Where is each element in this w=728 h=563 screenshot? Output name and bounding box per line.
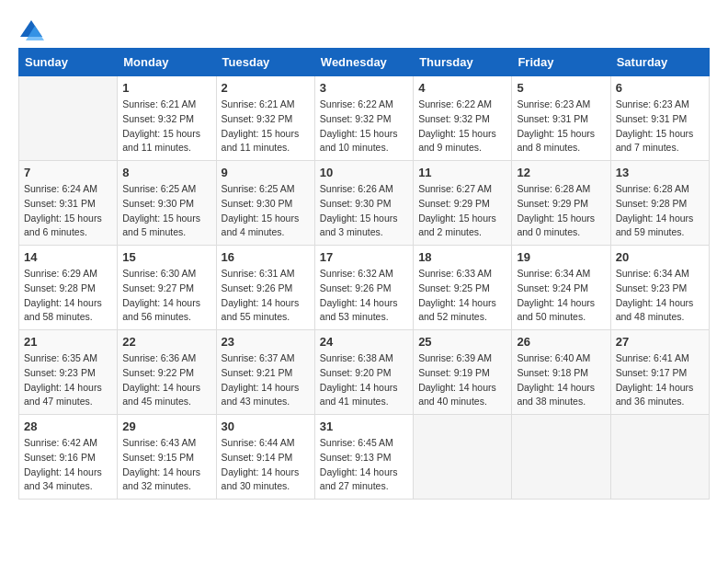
calendar-week-row: 7Sunrise: 6:24 AMSunset: 9:31 PMDaylight…	[19, 161, 710, 246]
day-number: 18	[418, 250, 506, 264]
calendar-cell	[512, 415, 610, 500]
day-info: Sunrise: 6:22 AMSunset: 9:32 PMDaylight:…	[320, 98, 408, 155]
calendar-cell: 24Sunrise: 6:38 AMSunset: 9:20 PMDayligh…	[314, 330, 413, 415]
day-number: 28	[24, 419, 112, 433]
weekday-header-tuesday: Tuesday	[216, 49, 314, 76]
day-number: 20	[616, 250, 704, 264]
calendar-cell: 6Sunrise: 6:23 AMSunset: 9:31 PMDaylight…	[610, 76, 709, 161]
day-info: Sunrise: 6:28 AMSunset: 9:29 PMDaylight:…	[517, 182, 605, 240]
day-info: Sunrise: 6:24 AMSunset: 9:31 PMDaylight:…	[24, 182, 112, 240]
calendar-cell: 20Sunrise: 6:34 AMSunset: 9:23 PMDayligh…	[610, 246, 709, 330]
calendar-cell: 4Sunrise: 6:22 AMSunset: 9:32 PMDaylight…	[414, 76, 512, 161]
calendar-cell: 26Sunrise: 6:40 AMSunset: 9:18 PMDayligh…	[512, 330, 610, 415]
day-info: Sunrise: 6:34 AMSunset: 9:23 PMDaylight:…	[616, 267, 704, 325]
logo	[18, 18, 44, 39]
day-info: Sunrise: 6:36 AMSunset: 9:22 PMDaylight:…	[122, 351, 210, 409]
day-info: Sunrise: 6:42 AMSunset: 9:16 PMDaylight:…	[24, 436, 112, 494]
day-info: Sunrise: 6:23 AMSunset: 9:31 PMDaylight:…	[517, 98, 605, 155]
day-info: Sunrise: 6:33 AMSunset: 9:25 PMDaylight:…	[418, 267, 506, 325]
day-number: 14	[24, 250, 112, 264]
day-number: 7	[24, 166, 112, 179]
day-number: 2	[222, 81, 310, 95]
calendar-cell: 31Sunrise: 6:45 AMSunset: 9:13 PMDayligh…	[314, 415, 413, 500]
calendar-cell: 10Sunrise: 6:26 AMSunset: 9:30 PMDayligh…	[314, 161, 413, 246]
day-info: Sunrise: 6:27 AMSunset: 9:29 PMDaylight:…	[418, 182, 506, 240]
calendar-cell: 23Sunrise: 6:37 AMSunset: 9:21 PMDayligh…	[216, 330, 314, 415]
weekday-header-saturday: Saturday	[610, 49, 709, 76]
day-number: 29	[122, 419, 210, 433]
day-info: Sunrise: 6:34 AMSunset: 9:24 PMDaylight:…	[517, 267, 605, 325]
calendar-week-row: 21Sunrise: 6:35 AMSunset: 9:23 PMDayligh…	[19, 330, 710, 415]
calendar-cell: 30Sunrise: 6:44 AMSunset: 9:14 PMDayligh…	[216, 415, 314, 500]
calendar-cell: 1Sunrise: 6:21 AMSunset: 9:32 PMDaylight…	[118, 76, 216, 161]
calendar-cell: 29Sunrise: 6:43 AMSunset: 9:15 PMDayligh…	[118, 415, 216, 500]
weekday-header-monday: Monday	[118, 49, 216, 76]
calendar-cell: 3Sunrise: 6:22 AMSunset: 9:32 PMDaylight…	[314, 76, 413, 161]
page-header	[18, 18, 710, 39]
calendar-cell: 15Sunrise: 6:30 AMSunset: 9:27 PMDayligh…	[118, 246, 216, 330]
calendar-cell: 2Sunrise: 6:21 AMSunset: 9:32 PMDaylight…	[216, 76, 314, 161]
day-info: Sunrise: 6:31 AMSunset: 9:26 PMDaylight:…	[222, 267, 310, 325]
day-number: 6	[616, 81, 704, 95]
calendar-cell: 12Sunrise: 6:28 AMSunset: 9:29 PMDayligh…	[512, 161, 610, 246]
weekday-header-sunday: Sunday	[19, 49, 118, 76]
weekday-header-thursday: Thursday	[414, 49, 512, 76]
day-number: 19	[517, 250, 605, 264]
calendar-cell: 11Sunrise: 6:27 AMSunset: 9:29 PMDayligh…	[414, 161, 512, 246]
calendar-cell	[414, 415, 512, 500]
calendar-cell: 21Sunrise: 6:35 AMSunset: 9:23 PMDayligh…	[19, 330, 118, 415]
day-number: 16	[222, 250, 310, 264]
calendar-cell: 5Sunrise: 6:23 AMSunset: 9:31 PMDaylight…	[512, 76, 610, 161]
day-number: 21	[24, 335, 112, 349]
calendar-cell	[19, 76, 118, 161]
day-info: Sunrise: 6:25 AMSunset: 9:30 PMDaylight:…	[122, 182, 210, 240]
day-info: Sunrise: 6:40 AMSunset: 9:18 PMDaylight:…	[517, 351, 605, 409]
weekday-header-friday: Friday	[512, 49, 610, 76]
calendar-cell: 16Sunrise: 6:31 AMSunset: 9:26 PMDayligh…	[216, 246, 314, 330]
calendar-cell: 14Sunrise: 6:29 AMSunset: 9:28 PMDayligh…	[19, 246, 118, 330]
day-number: 24	[320, 335, 408, 349]
calendar-cell: 19Sunrise: 6:34 AMSunset: 9:24 PMDayligh…	[512, 246, 610, 330]
logo-icon	[18, 18, 44, 44]
day-info: Sunrise: 6:35 AMSunset: 9:23 PMDaylight:…	[24, 351, 112, 409]
day-info: Sunrise: 6:23 AMSunset: 9:31 PMDaylight:…	[616, 98, 704, 155]
day-number: 27	[616, 335, 704, 349]
day-number: 9	[222, 166, 310, 179]
day-number: 31	[320, 419, 408, 433]
day-info: Sunrise: 6:28 AMSunset: 9:28 PMDaylight:…	[616, 182, 704, 240]
calendar-week-row: 14Sunrise: 6:29 AMSunset: 9:28 PMDayligh…	[19, 246, 710, 330]
day-info: Sunrise: 6:45 AMSunset: 9:13 PMDaylight:…	[320, 436, 408, 494]
calendar-cell: 13Sunrise: 6:28 AMSunset: 9:28 PMDayligh…	[610, 161, 709, 246]
day-number: 4	[418, 81, 506, 95]
day-info: Sunrise: 6:44 AMSunset: 9:14 PMDaylight:…	[222, 436, 310, 494]
day-number: 12	[517, 166, 605, 179]
day-number: 30	[222, 419, 310, 433]
weekday-header-row: SundayMondayTuesdayWednesdayThursdayFrid…	[19, 49, 710, 76]
day-info: Sunrise: 6:30 AMSunset: 9:27 PMDaylight:…	[122, 267, 210, 325]
calendar-cell: 25Sunrise: 6:39 AMSunset: 9:19 PMDayligh…	[414, 330, 512, 415]
day-number: 23	[222, 335, 310, 349]
calendar-cell: 8Sunrise: 6:25 AMSunset: 9:30 PMDaylight…	[118, 161, 216, 246]
calendar-cell: 18Sunrise: 6:33 AMSunset: 9:25 PMDayligh…	[414, 246, 512, 330]
calendar-week-row: 1Sunrise: 6:21 AMSunset: 9:32 PMDaylight…	[19, 76, 710, 161]
day-number: 22	[122, 335, 210, 349]
day-info: Sunrise: 6:21 AMSunset: 9:32 PMDaylight:…	[222, 98, 310, 155]
day-info: Sunrise: 6:29 AMSunset: 9:28 PMDaylight:…	[24, 267, 112, 325]
calendar-cell: 7Sunrise: 6:24 AMSunset: 9:31 PMDaylight…	[19, 161, 118, 246]
day-info: Sunrise: 6:26 AMSunset: 9:30 PMDaylight:…	[320, 182, 408, 240]
day-number: 11	[418, 166, 506, 179]
weekday-header-wednesday: Wednesday	[314, 49, 413, 76]
day-info: Sunrise: 6:38 AMSunset: 9:20 PMDaylight:…	[320, 351, 408, 409]
calendar-cell: 28Sunrise: 6:42 AMSunset: 9:16 PMDayligh…	[19, 415, 118, 500]
day-number: 5	[517, 81, 605, 95]
day-info: Sunrise: 6:43 AMSunset: 9:15 PMDaylight:…	[122, 436, 210, 494]
day-number: 1	[122, 81, 210, 95]
calendar-cell: 27Sunrise: 6:41 AMSunset: 9:17 PMDayligh…	[610, 330, 709, 415]
day-info: Sunrise: 6:32 AMSunset: 9:26 PMDaylight:…	[320, 267, 408, 325]
calendar-cell: 22Sunrise: 6:36 AMSunset: 9:22 PMDayligh…	[118, 330, 216, 415]
day-number: 25	[418, 335, 506, 349]
day-number: 8	[122, 166, 210, 179]
day-info: Sunrise: 6:39 AMSunset: 9:19 PMDaylight:…	[418, 351, 506, 409]
day-number: 26	[517, 335, 605, 349]
calendar-table: SundayMondayTuesdayWednesdayThursdayFrid…	[18, 48, 710, 500]
